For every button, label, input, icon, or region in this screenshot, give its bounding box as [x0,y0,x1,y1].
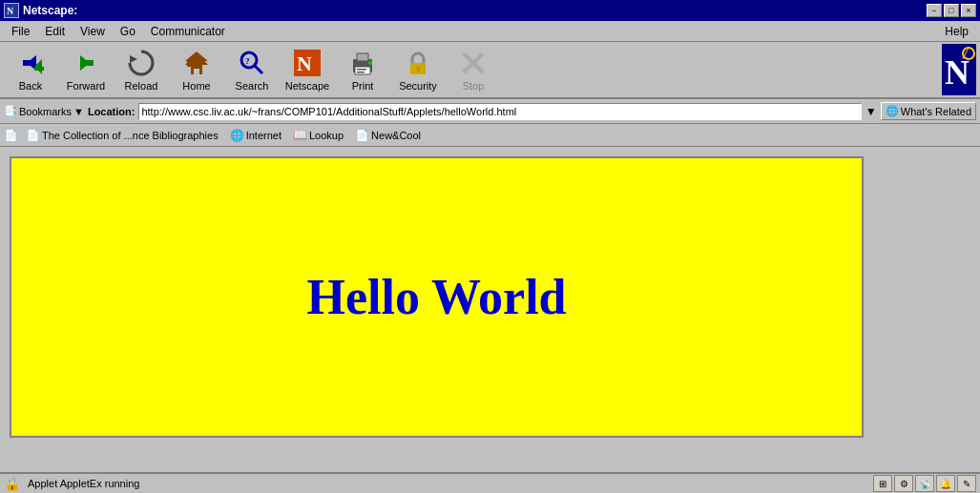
netscape-button[interactable]: N Netscape [281,44,334,95]
stop-button[interactable]: Stop [447,44,500,95]
location-bar: 📑 Bookmarks ▼ Location: ▼ 🌐 What's Relat… [0,99,980,124]
status-icon: 🔒 [4,476,20,491]
toolbar: Back Forward Reload [0,42,980,99]
svg-point-25 [368,61,372,65]
status-right-icon-0: ⊞ [873,475,892,492]
maximize-button[interactable]: □ [944,4,959,17]
earth-icon: 🌐 [886,105,899,117]
status-right-icon-3: 🔔 [936,475,955,492]
bookmark-item-3[interactable]: 📄 New&Cool [351,127,425,144]
bm-page-icon: 📄 [4,129,18,142]
svg-rect-23 [357,69,366,71]
bm-icon-0: 📄 [26,129,40,142]
forward-label: Forward [67,80,105,92]
status-right-icon-2: 📡 [915,475,934,492]
svg-rect-12 [187,61,191,67]
svg-rect-24 [357,72,365,73]
bookmark-item-0[interactable]: 📄 The Collection of ...nce Bibliographie… [22,127,222,144]
svg-text:?: ? [245,56,250,66]
menu-file[interactable]: File [4,23,37,40]
netscape-label: Netscape [285,80,329,92]
menu-bar: File Edit View Go Communicator Help [0,21,980,42]
svg-line-16 [255,66,262,73]
search-label: Search [236,80,269,92]
back-button[interactable]: Back [4,44,57,95]
bm-icon-1: 🌐 [230,129,244,142]
security-icon [403,48,433,78]
back-label: Back [19,80,42,92]
bm-label-0: The Collection of ...nce Bibliographies [42,130,219,141]
hello-world-text: Hello World [306,269,566,325]
svg-rect-21 [357,53,368,61]
content-area: Hello World [0,147,980,472]
title-bar: N Netscape: − □ × [0,0,980,21]
svg-rect-28 [417,69,419,72]
bookmarks-label: Bookmarks [19,106,72,117]
svg-rect-22 [355,67,370,74]
svg-text:N: N [297,51,312,75]
forward-button[interactable]: Forward [59,44,113,95]
reload-label: Reload [125,80,158,92]
bookmark-arrow-icon: ▼ [73,106,84,117]
location-input[interactable] [138,103,861,120]
status-bar: 🔒 Applet AppletEx running ⊞ ⚙ 📡 🔔 ✎ [0,472,980,493]
app-title: Netscape: [23,4,77,17]
whats-related-button[interactable]: 🌐 What's Related [881,102,976,120]
window-controls[interactable]: − □ × [927,4,976,17]
search-icon: ? [237,48,267,78]
home-button[interactable]: Home [170,44,223,95]
menu-communicator[interactable]: Communicator [143,23,233,40]
bookmark-icon: 📑 [4,105,17,117]
print-button[interactable]: Print [336,44,389,95]
minimize-button[interactable]: − [927,4,942,17]
bm-label-3: New&Cool [371,130,421,141]
status-right: ⊞ ⚙ 📡 🔔 ✎ [873,475,976,492]
menu-edit[interactable]: Edit [37,23,73,40]
location-label: Location: [88,106,136,117]
browser-frame: Hello World [10,156,864,438]
home-icon [181,48,212,78]
menu-go[interactable]: Go [113,23,143,40]
bm-label-2: Lookup [309,130,344,141]
svg-text:N: N [7,6,14,16]
bm-icon-3: 📄 [355,129,369,142]
status-text: Applet AppletEx running [24,478,869,489]
title-bar-left: N Netscape: [4,3,77,18]
status-right-icon-4: ✎ [957,475,976,492]
search-button[interactable]: ? Search [225,44,279,95]
home-label: Home [182,80,210,92]
status-right-icon-1: ⚙ [894,475,913,492]
forward-icon [71,48,101,78]
menu-items: File Edit View Go Communicator [4,23,233,40]
svg-rect-3 [23,60,32,66]
security-button[interactable]: Security [391,44,445,95]
whats-related-label: What's Related [901,106,971,117]
stop-label: Stop [463,80,485,92]
bookmark-item-2[interactable]: 📖 Lookup [289,127,347,144]
back-icon [15,48,46,78]
print-icon [347,48,378,78]
reload-icon [126,48,156,78]
bookmarks-bar: 📄 📄 The Collection of ...nce Bibliograph… [0,124,980,147]
bm-label-1: Internet [246,130,281,141]
reload-button[interactable]: Reload [115,44,168,95]
stop-icon [458,48,489,78]
netscape-logo: N [942,44,976,95]
netscape-icon: N [292,48,323,78]
security-label: Security [399,80,437,92]
print-label: Print [352,80,374,92]
bookmark-item-1[interactable]: 🌐 Internet [226,127,285,144]
svg-marker-8 [130,55,137,63]
menu-help[interactable]: Help [937,23,976,40]
bm-icon-2: 📖 [293,129,307,142]
location-arrow-icon: ▼ [865,105,877,118]
svg-rect-7 [84,60,94,66]
svg-rect-11 [194,69,199,74]
bookmarks-button[interactable]: 📑 Bookmarks ▼ [4,105,84,117]
menu-view[interactable]: View [73,23,113,40]
app-icon: N [4,3,19,18]
close-button[interactable]: × [961,4,976,17]
